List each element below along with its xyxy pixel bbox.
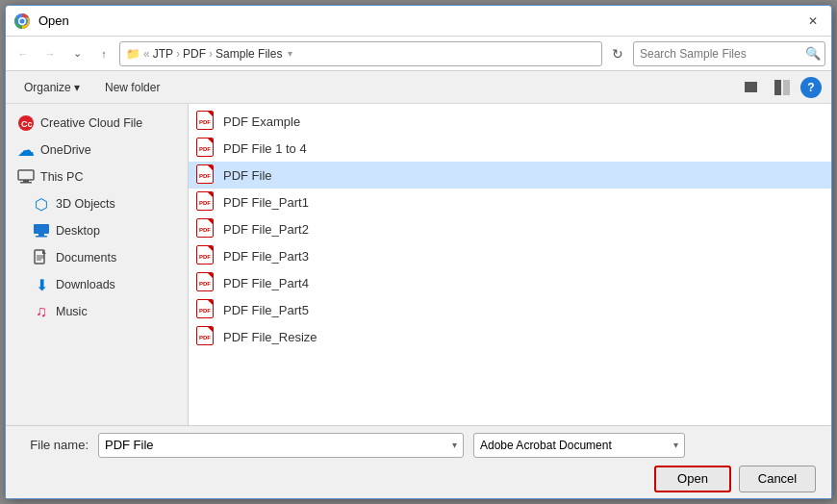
svg-rect-3 xyxy=(774,80,781,95)
app-icon xyxy=(13,13,31,30)
breadcrumb-folder-icon: 📁 xyxy=(126,47,140,61)
file-item[interactable]: PDF PDF File_Part5 xyxy=(189,296,831,323)
file-item[interactable]: PDF PDF File_Part1 xyxy=(189,189,831,215)
pdf-file-icon: PDF xyxy=(196,299,217,320)
toolbar-right: ⯀ ? xyxy=(739,76,822,99)
svg-text:Cc: Cc xyxy=(21,119,33,129)
file-type-dropdown-arrow[interactable]: ▾ xyxy=(673,440,678,450)
documents-icon xyxy=(33,249,50,266)
close-button[interactable]: ✕ xyxy=(802,11,824,32)
sidebar-item-label-documents: Documents xyxy=(56,251,116,265)
open-button[interactable]: Open xyxy=(654,466,731,492)
file-item[interactable]: PDF PDF File_Part4 xyxy=(189,269,831,296)
sidebar-item-label-creative-cloud: Creative Cloud File xyxy=(40,116,142,130)
pdf-file-icon: PDF xyxy=(196,191,217,213)
file-item-name: PDF Example xyxy=(223,114,300,129)
file-item[interactable]: PDF PDF Example xyxy=(189,108,831,135)
cancel-button[interactable]: Cancel xyxy=(739,466,816,492)
file-type-value: Adobe Acrobat Document xyxy=(480,439,612,452)
title-bar: Open ✕ xyxy=(6,6,831,37)
pdf-file-icon: PDF xyxy=(196,326,217,347)
sidebar-item-onedrive[interactable]: ☁ OneDrive xyxy=(6,137,188,164)
search-input[interactable] xyxy=(640,47,805,61)
svg-rect-11 xyxy=(38,234,44,236)
desktop-icon xyxy=(33,222,50,239)
search-bar[interactable]: 🔍 xyxy=(633,41,825,66)
file-item[interactable]: PDF PDF File_Part3 xyxy=(189,242,831,269)
search-icon[interactable]: 🔍 xyxy=(805,46,821,61)
this-pc-icon xyxy=(17,168,35,186)
music-icon: ♫ xyxy=(33,303,50,320)
pdf-file-icon: PDF xyxy=(196,245,217,266)
breadcrumb-sep2: › xyxy=(209,47,213,61)
address-bar: ← → ⌄ ↑ 📁 « JTP › PDF › Sample Files ▾ ↻… xyxy=(6,37,831,71)
3d-objects-icon: ⬡ xyxy=(33,195,50,213)
organize-button[interactable]: Organize ▾ xyxy=(15,76,89,99)
sidebar-item-label-this-pc: This PC xyxy=(40,170,83,184)
sidebar-item-label-desktop: Desktop xyxy=(56,224,100,238)
file-item[interactable]: PDF PDF File 1 to 4 xyxy=(189,135,831,162)
file-item-name: PDF File_Part5 xyxy=(223,303,309,317)
view-options-button[interactable]: ⯀ xyxy=(739,76,764,99)
sidebar-item-creative-cloud[interactable]: Cc Creative Cloud File xyxy=(6,110,188,137)
sidebar-item-label-3d-objects: 3D Objects xyxy=(56,197,115,211)
file-item[interactable]: PDF PDF File xyxy=(189,162,831,189)
file-item[interactable]: PDF PDF File_Part2 xyxy=(189,215,831,242)
sidebar-item-label-onedrive: OneDrive xyxy=(40,143,91,157)
change-view-button[interactable] xyxy=(770,76,795,99)
sidebar-item-downloads[interactable]: ⬇ Downloads xyxy=(6,271,188,298)
file-item-name: PDF File_Part3 xyxy=(223,249,309,264)
breadcrumb-jtp[interactable]: JTP xyxy=(153,47,173,61)
action-row: Open Cancel xyxy=(21,466,816,492)
file-name-input[interactable]: PDF File ▾ xyxy=(98,433,464,458)
svg-rect-10 xyxy=(34,224,49,234)
help-button[interactable]: ? xyxy=(800,77,822,98)
sidebar-item-music[interactable]: ♫ Music xyxy=(6,298,188,325)
file-name-label: File name: xyxy=(21,438,89,452)
breadcrumb-sep1: › xyxy=(176,47,180,61)
file-item-name: PDF File_Resize xyxy=(223,330,317,344)
file-name-row: File name: PDF File ▾ Adobe Acrobat Docu… xyxy=(21,433,816,458)
svg-rect-4 xyxy=(783,80,790,95)
down-arrow-button[interactable]: ⌄ xyxy=(65,42,89,65)
dialog-title: Open xyxy=(38,13,802,28)
creative-cloud-icon: Cc xyxy=(17,114,35,132)
svg-rect-8 xyxy=(23,180,29,182)
sidebar-item-label-downloads: Downloads xyxy=(56,278,115,291)
file-item-name: PDF File_Part4 xyxy=(223,276,309,290)
bottom-bar: File name: PDF File ▾ Adobe Acrobat Docu… xyxy=(6,425,831,498)
sidebar-item-desktop[interactable]: Desktop xyxy=(6,217,188,244)
pdf-file-icon: PDF xyxy=(196,218,217,239)
main-area: Cc Creative Cloud File ☁ OneDrive xyxy=(6,104,831,425)
toolbar: Organize ▾ New folder ⯀ ? xyxy=(6,71,831,104)
sidebar-item-this-pc[interactable]: This PC xyxy=(6,164,188,190)
pdf-file-icon: PDF xyxy=(196,164,217,186)
up-button[interactable]: ↑ xyxy=(92,42,115,65)
open-dialog: Open ✕ ← → ⌄ ↑ 📁 « JTP › PDF › Sample Fi… xyxy=(5,5,832,499)
sidebar-item-3d-objects[interactable]: ⬡ 3D Objects xyxy=(6,190,188,217)
file-item[interactable]: PDF PDF File_Resize xyxy=(189,323,831,350)
breadcrumb-sample-files[interactable]: Sample Files xyxy=(216,47,282,61)
file-name-dropdown-arrow[interactable]: ▾ xyxy=(452,440,457,450)
breadcrumb-pdf[interactable]: PDF xyxy=(183,47,206,61)
back-button[interactable]: ← xyxy=(12,42,35,65)
pdf-file-icon: PDF xyxy=(196,138,217,159)
breadcrumb-dropdown-arrow[interactable]: ▾ xyxy=(288,48,292,59)
sidebar-item-documents[interactable]: Documents xyxy=(6,244,188,271)
file-list: PDF PDF Example PDF PDF File 1 to 4 PDF … xyxy=(189,104,831,425)
svg-rect-9 xyxy=(20,182,32,184)
refresh-button[interactable]: ↻ xyxy=(606,42,629,65)
breadcrumb-separator: « xyxy=(143,47,150,61)
pdf-file-icon: PDF xyxy=(196,272,217,293)
file-name-value: PDF File xyxy=(105,438,154,452)
onedrive-icon: ☁ xyxy=(17,141,35,159)
breadcrumb[interactable]: 📁 « JTP › PDF › Sample Files ▾ xyxy=(119,41,602,66)
file-item-name: PDF File_Part2 xyxy=(223,222,309,237)
file-type-select[interactable]: Adobe Acrobat Document ▾ xyxy=(473,433,685,458)
forward-button[interactable]: → xyxy=(38,42,62,65)
file-item-name: PDF File xyxy=(223,168,272,183)
sidebar: Cc Creative Cloud File ☁ OneDrive xyxy=(6,104,189,425)
svg-rect-7 xyxy=(18,170,34,180)
file-item-name: PDF File_Part1 xyxy=(223,195,309,210)
new-folder-button[interactable]: New folder xyxy=(96,76,168,99)
